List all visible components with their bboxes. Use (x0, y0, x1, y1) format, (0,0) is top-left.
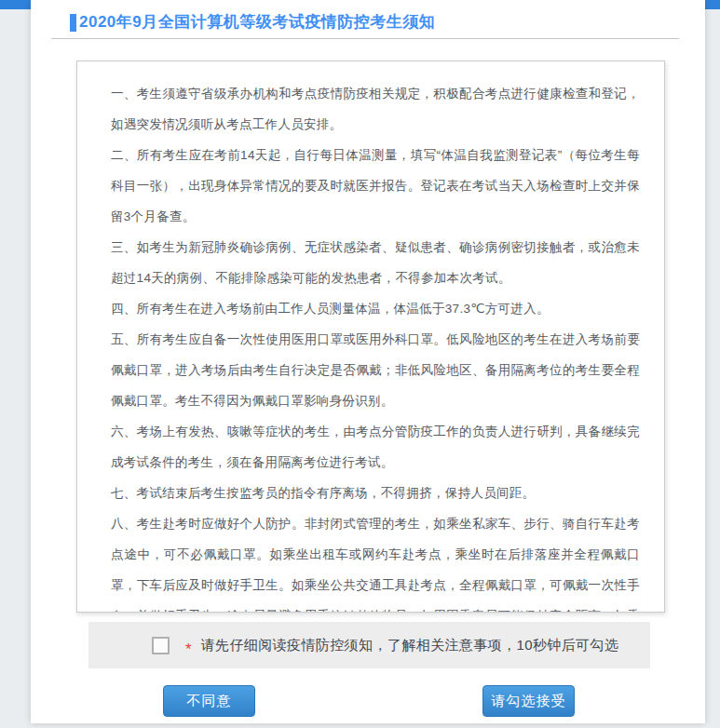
page-title: 2020年9月全国计算机等级考试疫情防控考生须知 (79, 13, 435, 32)
title-row: 2020年9月全国计算机等级考试疫情防控考生须知 (31, 0, 705, 32)
main-panel: 2020年9月全国计算机等级考试疫情防控考生须知 一、考生须遵守省级承办机构和考… (31, 0, 705, 723)
accept-button[interactable]: 请勾选接受 (482, 685, 575, 717)
disagree-button[interactable]: 不同意 (163, 685, 255, 717)
notice-paragraph: 二、所有考生应在考前14天起，自行每日体温测量，填写“体温自我监测登记表”（每位… (111, 140, 640, 232)
notice-paragraph: 七、考试结束后考生按监考员的指令有序离场，不得拥挤，保持人员间距。 (111, 478, 640, 508)
action-buttons-row: 不同意 请勾选接受 (163, 685, 575, 717)
notice-content-box: 一、考生须遵守省级承办机构和考点疫情防疫相关规定，积极配合考点进行健康检查和登记… (76, 61, 665, 613)
notice-paragraph: 四、所有考生在进入考场前由工作人员测量体温，体温低于37.3℃方可进入。 (111, 293, 640, 324)
notice-paragraph: 六、考场上有发热、咳嗽等症状的考生，由考点分管防疫工作的负责人进行研判，具备继续… (111, 416, 640, 478)
title-divider (51, 38, 679, 39)
notice-paragraph: 三、如考生为新冠肺炎确诊病例、无症状感染者、疑似患者、确诊病例密切接触者，或治愈… (111, 232, 640, 293)
title-marker-icon (70, 14, 76, 32)
agree-label: 请先仔细阅读疫情防控须知，了解相关注意事项，10秒钟后可勾选 (201, 637, 619, 654)
notice-paragraph: 八、考生赴考时应做好个人防护。非封闭式管理的考生，如乘坐私家车、步行、骑自行车赴… (111, 508, 640, 613)
notice-paragraph: 一、考生须遵守省级承办机构和考点疫情防疫相关规定，积极配合考点进行健康检查和登记… (111, 78, 640, 140)
agreement-bar: * 请先仔细阅读疫情防控须知，了解相关注意事项，10秒钟后可勾选 (88, 622, 650, 668)
required-asterisk: * (185, 641, 192, 657)
agree-checkbox[interactable] (152, 637, 170, 654)
notice-paragraph: 五、所有考生应自备一次性使用医用口罩或医用外科口罩。低风险地区的考生在进入考场前… (111, 324, 640, 416)
